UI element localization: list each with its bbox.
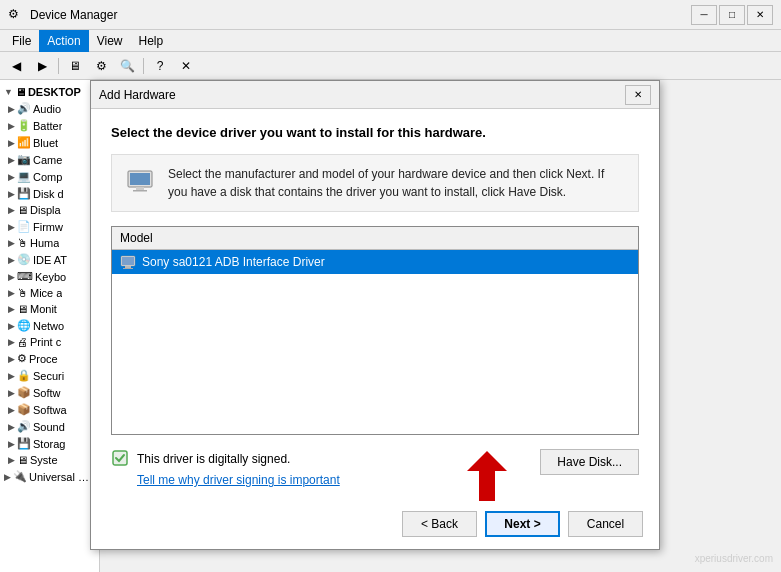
tree-item-cameras[interactable]: ▶ 📷 Came	[0, 151, 99, 168]
model-item[interactable]: Sony sa0121 ADB Interface Driver	[112, 250, 638, 274]
app-icon: ⚙	[8, 7, 24, 23]
toolbar-computer[interactable]: 🖥	[63, 55, 87, 77]
svg-rect-7	[123, 268, 133, 269]
toolbar-properties[interactable]: ⚙	[89, 55, 113, 77]
svg-rect-5	[122, 257, 134, 265]
dialog-body: Select the device driver you want to ins…	[91, 109, 659, 503]
add-hardware-dialog: Add Hardware ✕ Select the device driver …	[90, 80, 660, 550]
dialog-title: Add Hardware	[99, 88, 176, 102]
svg-rect-6	[125, 266, 131, 268]
tree-item-processors[interactable]: ▶ ⚙ Proce	[0, 350, 99, 367]
toolbar-separator-2	[143, 58, 144, 74]
dialog-title-bar: Add Hardware ✕	[91, 81, 659, 109]
toolbar-forward[interactable]: ▶	[30, 55, 54, 77]
tree-item-human[interactable]: ▶ 🖱 Huma	[0, 235, 99, 251]
tree-item-monitors[interactable]: ▶ 🖥 Monit	[0, 301, 99, 317]
next-button[interactable]: Next >	[485, 511, 560, 537]
menu-action[interactable]: Action	[39, 30, 88, 52]
watermark: xperiusdriver.com	[695, 553, 773, 564]
device-icon	[120, 254, 136, 270]
tree-item-system[interactable]: ▶ 🖥 Syste	[0, 452, 99, 468]
tree-item-print[interactable]: ▶ 🖨 Print c	[0, 334, 99, 350]
tree-item-storage[interactable]: ▶ 💾 Storag	[0, 435, 99, 452]
minimize-button[interactable]: ─	[691, 5, 717, 25]
toolbar-back[interactable]: ◀	[4, 55, 28, 77]
menu-help[interactable]: Help	[131, 30, 172, 52]
info-description: Select the manufacturer and model of you…	[168, 165, 626, 201]
toolbar-separator-1	[58, 58, 59, 74]
tree-item-software1[interactable]: ▶ 📦 Softw	[0, 384, 99, 401]
tree-item-battery[interactable]: ▶ 🔋 Batter	[0, 117, 99, 134]
tree-item-mice[interactable]: ▶ 🖱 Mice a	[0, 285, 99, 301]
device-tree: ▼ 🖥 DESKTOP ▶ 🔊 Audio ▶ 🔋 Batter ▶ 📶 Blu…	[0, 80, 100, 572]
signed-left: This driver is digitally signed. Tell me…	[111, 449, 340, 487]
tree-root-label: DESKTOP	[28, 86, 81, 98]
toolbar: ◀ ▶ 🖥 ⚙ 🔍 ? ✕	[0, 52, 781, 80]
model-list-header: Model	[112, 227, 638, 250]
tree-item-audio[interactable]: ▶ 🔊 Audio	[0, 100, 99, 117]
tree-item-bluetooth[interactable]: ▶ 📶 Bluet	[0, 134, 99, 151]
dialog-close-button[interactable]: ✕	[625, 85, 651, 105]
svg-marker-9	[467, 451, 507, 501]
dialog-heading: Select the device driver you want to ins…	[111, 125, 639, 140]
tree-item-software2[interactable]: ▶ 📦 Softwa	[0, 401, 99, 418]
signed-section: This driver is digitally signed. Tell me…	[111, 449, 639, 487]
tree-item-sound[interactable]: ▶ 🔊 Sound	[0, 418, 99, 435]
tree-item-network[interactable]: ▶ 🌐 Netwo	[0, 317, 99, 334]
tree-root[interactable]: ▼ 🖥 DESKTOP	[0, 84, 99, 100]
svg-rect-2	[136, 187, 144, 190]
window-controls: ─ □ ✕	[691, 5, 773, 25]
have-disk-button[interactable]: Have Disk...	[540, 449, 639, 475]
window-title: Device Manager	[30, 8, 117, 22]
tree-item-ide[interactable]: ▶ 💿 IDE AT	[0, 251, 99, 268]
main-layout: ▼ 🖥 DESKTOP ▶ 🔊 Audio ▶ 🔋 Batter ▶ 📶 Blu…	[0, 80, 781, 572]
driver-signing-link[interactable]: Tell me why driver signing is important	[137, 473, 340, 487]
close-button[interactable]: ✕	[747, 5, 773, 25]
dialog-buttons: < Back Next > Cancel	[91, 503, 659, 549]
toolbar-help[interactable]: ?	[148, 55, 172, 77]
signed-row: This driver is digitally signed.	[111, 449, 340, 469]
tree-arrow-root: ▼	[4, 87, 13, 97]
shield-check-icon	[111, 449, 131, 469]
tree-item-usb[interactable]: ▶ 🔌 Universal Serial Bus controllers	[0, 468, 99, 485]
tree-item-display[interactable]: ▶ 🖥 Displa	[0, 202, 99, 218]
info-section: Select the manufacturer and model of you…	[111, 154, 639, 212]
maximize-button[interactable]: □	[719, 5, 745, 25]
signed-text: This driver is digitally signed.	[137, 452, 290, 466]
toolbar-search[interactable]: 🔍	[115, 55, 139, 77]
back-button[interactable]: < Back	[402, 511, 477, 537]
model-item-label: Sony sa0121 ADB Interface Driver	[142, 255, 325, 269]
tree-item-security[interactable]: ▶ 🔒 Securi	[0, 367, 99, 384]
tree-item-disk[interactable]: ▶ 💾 Disk d	[0, 185, 99, 202]
model-list: Model Sony sa0121 ADB Interface Driver	[111, 226, 639, 435]
tree-icon-root: 🖥	[15, 86, 26, 98]
title-bar: ⚙ Device Manager ─ □ ✕	[0, 0, 781, 30]
tree-item-firmware[interactable]: ▶ 📄 Firmw	[0, 218, 99, 235]
menu-bar: File Action View Help	[0, 30, 781, 52]
menu-view[interactable]: View	[89, 30, 131, 52]
cancel-button[interactable]: Cancel	[568, 511, 643, 537]
tree-item-computers[interactable]: ▶ 💻 Comp	[0, 168, 99, 185]
toolbar-remove[interactable]: ✕	[174, 55, 198, 77]
menu-file[interactable]: File	[4, 30, 39, 52]
info-icon	[124, 165, 156, 197]
next-arrow-indicator	[467, 451, 507, 504]
svg-rect-3	[133, 190, 147, 192]
model-list-body[interactable]: Sony sa0121 ADB Interface Driver	[112, 250, 638, 434]
tree-item-keyboard[interactable]: ▶ ⌨ Keybo	[0, 268, 99, 285]
svg-rect-1	[130, 173, 150, 185]
